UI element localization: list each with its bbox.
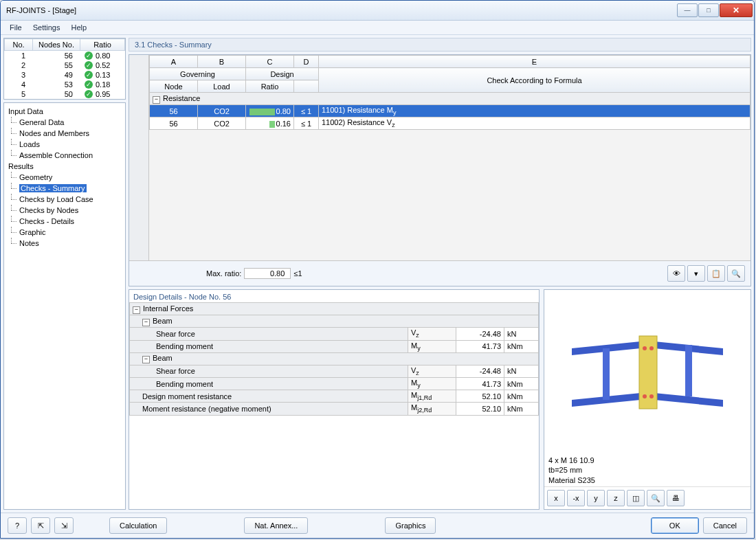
ok-icon: ✓ — [85, 52, 93, 60]
lower-area: Design Details - Node No. 56 −Internal F… — [129, 289, 751, 510]
svg-rect-6 — [639, 336, 657, 409]
nav-input-data[interactable]: Input Data — [5, 106, 124, 117]
nav-item[interactable]: Checks - Details — [5, 216, 124, 227]
col-c[interactable]: C — [246, 56, 294, 68]
preview-3d[interactable] — [544, 290, 751, 454]
node-row[interactable]: 349✓0.13 — [5, 70, 125, 80]
nav-item[interactable]: Assemble Connection — [5, 150, 124, 161]
svg-point-10 — [649, 394, 654, 398]
svg-point-8 — [649, 346, 654, 350]
bottombar: ? ⇱ ⇲ Calculation Nat. Annex... Graphics… — [1, 513, 754, 538]
menu-help[interactable]: Help — [65, 22, 92, 33]
app-window: RF-JOINTS - [Stage] — □ ✕ File Settings … — [0, 0, 755, 539]
minimize-button[interactable]: — — [677, 3, 698, 17]
print-icon[interactable]: 🖶 — [667, 490, 685, 506]
view-icon[interactable]: 👁 — [667, 265, 685, 282]
svg-marker-2 — [603, 348, 610, 400]
close-button[interactable]: ✕ — [720, 3, 753, 17]
maximize-button[interactable]: □ — [698, 3, 719, 17]
section-title: 3.1 Checks - Summary — [129, 38, 751, 52]
hdr-node: Node — [150, 80, 198, 93]
max-ratio-cmp: ≤1 — [293, 269, 302, 278]
hdr-ratio: Ratio — [246, 80, 294, 93]
max-ratio-label: Max. ratio: — [206, 269, 241, 278]
nat-annex-button[interactable]: Nat. Annex... — [244, 517, 308, 534]
preview-toolbar: x -x y z ◫ 🔍 🖶 — [544, 486, 751, 509]
hdr-governing: Governing — [150, 68, 246, 80]
node-row[interactable]: 156✓0.80 — [5, 51, 125, 61]
col-e[interactable]: E — [319, 56, 751, 68]
help-button[interactable]: ? — [8, 517, 27, 534]
col-a[interactable]: A — [150, 56, 198, 68]
export-icon[interactable]: 📋 — [707, 265, 725, 282]
grid-footer: Max. ratio: 0.80 ≤1 👁 ▾ 📋 🔍 — [129, 260, 751, 286]
nav-item[interactable]: Loads — [5, 139, 124, 150]
ok-icon: ✓ — [85, 90, 93, 98]
node-row[interactable]: 453✓0.18 — [5, 80, 125, 89]
col-b[interactable]: B — [198, 56, 246, 68]
node-row[interactable]: 550✓0.95 — [5, 89, 125, 99]
ok-icon: ✓ — [85, 80, 93, 89]
zoom-icon[interactable]: 🔍 — [647, 490, 665, 506]
export-button[interactable]: ⇲ — [54, 517, 74, 534]
axis-x-icon[interactable]: x — [547, 490, 565, 506]
check-row[interactable]: 56CO20.16≤ 111002) Resistance Vz — [150, 117, 751, 130]
row-header-gutter — [129, 55, 149, 260]
nav-item[interactable]: Geometry — [5, 172, 124, 183]
checks-grid: A B C D E Governing Design Check Accordi — [129, 54, 751, 286]
content-area: No. Nodes No. Ratio 156✓0.80255✓0.52349✓… — [1, 35, 754, 513]
calculation-button[interactable]: Calculation — [109, 517, 167, 534]
preview-caption: 4 x M 16 10.9 tb=25 mm Material S235 — [544, 454, 751, 486]
preview-panel: 4 x M 16 10.9 tb=25 mm Material S235 x -… — [544, 289, 751, 510]
cancel-button[interactable]: Cancel — [703, 517, 747, 534]
node-row[interactable]: 255✓0.52 — [5, 60, 125, 70]
nav-item[interactable]: Notes — [5, 238, 124, 249]
window-title: RF-JOINTS - [Stage] — [6, 6, 76, 14]
nav-item[interactable]: General Data — [5, 117, 124, 128]
col-ratio[interactable]: Ratio — [80, 39, 125, 51]
ok-icon: ✓ — [85, 61, 93, 69]
svg-point-9 — [643, 394, 647, 398]
axis-z-icon[interactable]: z — [607, 490, 625, 506]
menu-file[interactable]: File — [4, 22, 27, 33]
details-title: Design Details - Node No. 56 — [129, 290, 539, 302]
col-nodes[interactable]: Nodes No. — [33, 39, 80, 51]
nav-results[interactable]: Results — [5, 161, 124, 172]
hdr-load: Load — [198, 80, 246, 93]
ok-button[interactable]: OK — [651, 517, 699, 534]
check-row[interactable]: 56CO20.80≤ 111001) Resistance My — [150, 105, 751, 117]
nav-item[interactable]: Nodes and Members — [5, 128, 124, 139]
iso-icon[interactable]: ◫ — [627, 490, 645, 506]
axis-y-icon[interactable]: y — [587, 490, 605, 506]
axis-nx-icon[interactable]: -x — [567, 490, 585, 506]
import-button[interactable]: ⇱ — [31, 517, 50, 534]
max-ratio-value: 0.80 — [244, 268, 291, 279]
nav-item[interactable]: Checks by Nodes — [5, 205, 124, 216]
nodes-table: No. Nodes No. Ratio 156✓0.80255✓0.52349✓… — [3, 38, 126, 100]
nav-tree: Input Data General DataNodes and Members… — [3, 102, 126, 510]
nav-item[interactable]: Graphic — [5, 227, 124, 238]
find-icon[interactable]: 🔍 — [727, 265, 745, 282]
group-resistance[interactable]: −Resistance — [150, 93, 751, 105]
graphics-button[interactable]: Graphics — [385, 517, 436, 534]
hdr-check: Check According to Formula — [319, 68, 751, 93]
filter-icon[interactable]: ▾ — [687, 265, 705, 282]
titlebar: RF-JOINTS - [Stage] — □ ✕ — [1, 1, 754, 21]
menubar: File Settings Help — [1, 21, 754, 35]
details-panel: Design Details - Node No. 56 −Internal F… — [129, 289, 540, 510]
grid-empty-area — [149, 130, 751, 260]
hdr-blank — [294, 80, 319, 93]
col-d[interactable]: D — [294, 56, 319, 68]
nav-item[interactable]: Checks by Load Case — [5, 194, 124, 205]
main-pane: 3.1 Checks - Summary A B — [129, 38, 751, 510]
svg-point-7 — [643, 346, 647, 350]
hdr-design: Design — [246, 68, 319, 80]
menu-settings[interactable]: Settings — [27, 22, 66, 33]
ok-icon: ✓ — [85, 71, 93, 79]
svg-marker-5 — [685, 345, 692, 396]
col-no[interactable]: No. — [5, 39, 33, 51]
left-pane: No. Nodes No. Ratio 156✓0.80255✓0.52349✓… — [3, 38, 126, 510]
nav-item[interactable]: Checks - Summary — [5, 183, 124, 194]
